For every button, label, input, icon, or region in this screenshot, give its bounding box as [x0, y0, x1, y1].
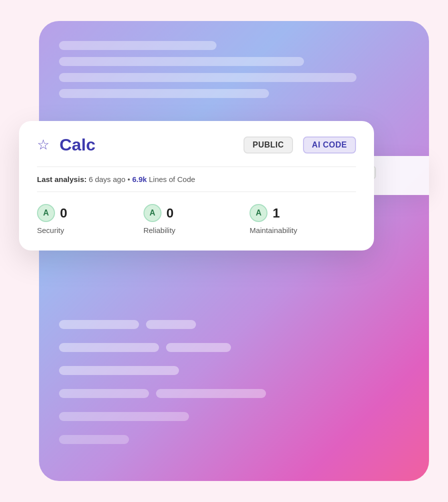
security-grade: A — [37, 204, 55, 222]
security-value: 0 — [60, 206, 67, 221]
ai-code-badge: AI CODE — [303, 136, 356, 154]
maintainability-metric-top: A 1 — [250, 204, 280, 222]
reliability-metric-top: A 0 — [144, 204, 174, 222]
skeleton-line — [59, 412, 189, 421]
skeleton-line — [59, 89, 269, 98]
lines-label: Lines of Code — [149, 175, 196, 184]
project-name: Calc — [60, 135, 234, 154]
reliability-value: 0 — [166, 206, 174, 221]
main-project-card[interactable]: ☆ Calc PUBLIC AI CODE Last analysis: 6 d… — [19, 121, 374, 250]
background-card — [39, 21, 429, 481]
last-analysis-label: Last analysis: — [37, 175, 86, 184]
skeleton-line — [156, 389, 266, 398]
skeleton-line — [59, 41, 216, 50]
skeleton-line — [59, 389, 149, 398]
scene: act PUBLIC ☆ Calc PUBLIC AI CODE Last an… — [19, 21, 429, 481]
security-metric-top: A 0 — [37, 204, 67, 222]
card-header: ☆ Calc PUBLIC AI CODE — [19, 121, 374, 166]
star-icon[interactable]: ☆ — [37, 138, 50, 152]
reliability-metric: A 0 Reliability — [144, 204, 250, 234]
public-badge: PUBLIC — [244, 136, 293, 154]
maintainability-value: 1 — [272, 206, 280, 221]
skeleton-line — [59, 435, 129, 444]
skeleton-line — [59, 73, 356, 82]
maintainability-grade: A — [250, 204, 268, 222]
skeleton-line — [59, 320, 139, 329]
skeleton-line — [59, 366, 179, 375]
reliability-grade: A — [144, 204, 162, 222]
last-analysis-time: 6 days ago — [88, 175, 125, 184]
skeleton-line — [59, 57, 304, 66]
skeleton-line — [146, 320, 196, 329]
card-meta: Last analysis: 6 days ago • 6.9k Lines o… — [19, 167, 374, 192]
separator: • — [128, 175, 132, 184]
skeleton-lines-top — [59, 36, 409, 105]
maintainability-label: Maintainability — [250, 226, 297, 234]
security-metric: A 0 Security — [37, 204, 144, 234]
security-label: Security — [37, 226, 64, 234]
lines-count: 6.9k — [132, 175, 146, 184]
reliability-label: Reliability — [144, 226, 176, 234]
metrics-row: A 0 Security A 0 Reliability A 1 Maintai… — [19, 192, 374, 250]
skeleton-line — [59, 343, 159, 352]
maintainability-metric: A 1 Maintainability — [250, 204, 356, 234]
skeleton-lines-bottom — [59, 320, 409, 451]
skeleton-line — [166, 343, 231, 352]
